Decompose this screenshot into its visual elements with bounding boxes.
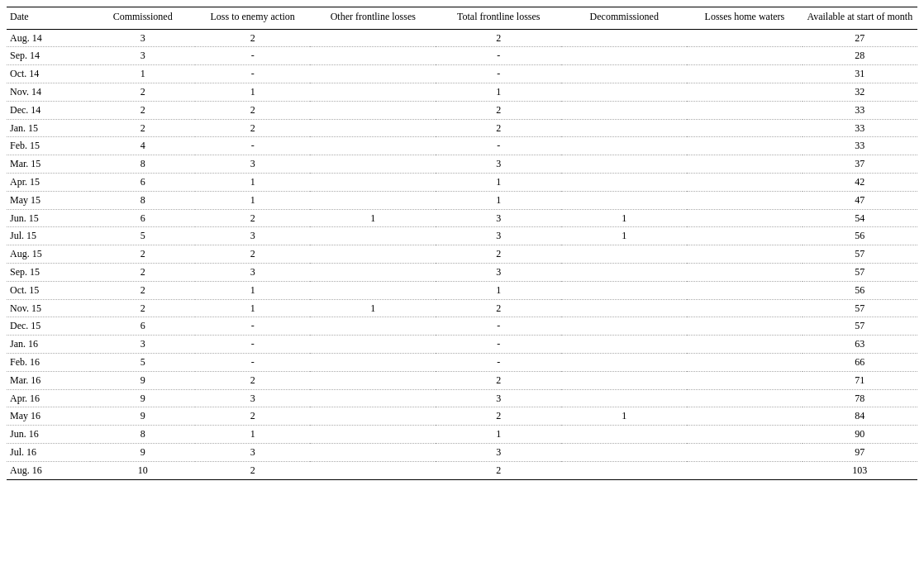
cell-losses_home [687,173,802,191]
cell-enemy_action: - [195,353,310,371]
cell-date: Mar. 15 [7,155,90,174]
cell-commissioned: 2 [90,245,195,264]
cell-date: Apr. 16 [7,389,90,407]
cell-available: 103 [803,461,917,479]
cell-date: Jan. 15 [7,119,90,137]
cell-losses_home [687,443,802,461]
cell-date: Dec. 15 [7,317,90,336]
cell-commissioned: 1 [90,65,195,83]
cell-total_frontline: 3 [436,209,561,227]
cell-decommissioned: 1 [561,227,687,245]
table-row: May 16922184 [7,407,917,426]
cell-losses_home [687,65,802,83]
cell-available: 57 [803,245,917,264]
cell-other_frontline [310,155,436,174]
cell-date: Apr. 15 [7,173,90,191]
cell-total_frontline: 2 [436,299,561,317]
cell-total_frontline: 3 [436,155,561,174]
cell-losses_home [687,353,802,371]
cell-losses_home [687,209,802,227]
cell-enemy_action: 2 [195,371,310,389]
cell-decommissioned [561,281,687,299]
cell-other_frontline [310,227,436,245]
cell-losses_home [687,155,802,174]
cell-total_frontline: - [436,317,561,336]
table-row: Dec. 1422233 [7,101,917,119]
cell-commissioned: 2 [90,119,195,137]
cell-other_frontline [310,101,436,119]
cell-available: 78 [803,389,917,407]
table-row: Feb. 165--66 [7,353,917,371]
cell-commissioned: 6 [90,317,195,336]
cell-other_frontline [310,407,436,426]
cell-date: Aug. 16 [7,461,90,479]
cell-date: Feb. 15 [7,137,90,155]
cell-other_frontline [310,29,436,47]
col-header-available: Available at start of month [803,7,917,30]
cell-decommissioned [561,245,687,264]
cell-total_frontline: 3 [436,227,561,245]
cell-available: 57 [803,263,917,281]
cell-losses_home [687,336,802,354]
cell-decommissioned [561,101,687,119]
cell-commissioned: 8 [90,426,195,444]
col-header-date: Date [7,7,90,30]
cell-commissioned: 9 [90,443,195,461]
cell-enemy_action: 3 [195,263,310,281]
cell-date: Nov. 14 [7,83,90,101]
cell-commissioned: 4 [90,137,195,155]
cell-other_frontline [310,245,436,264]
cell-total_frontline: 3 [436,389,561,407]
cell-enemy_action: 1 [195,191,310,209]
cell-losses_home [687,227,802,245]
cell-other_frontline [310,371,436,389]
table-row: Jan. 1522233 [7,119,917,137]
cell-date: May 16 [7,407,90,426]
table-row: Jan. 163--63 [7,336,917,354]
cell-available: 42 [803,173,917,191]
cell-enemy_action: 3 [195,443,310,461]
cell-date: Jan. 16 [7,336,90,354]
cell-enemy_action: 2 [195,101,310,119]
cell-total_frontline: 1 [436,191,561,209]
cell-losses_home [687,119,802,137]
cell-date: Jun. 15 [7,209,90,227]
cell-total_frontline: 1 [436,173,561,191]
cell-total_frontline: 1 [436,426,561,444]
cell-total_frontline: 3 [436,263,561,281]
col-header-decommissioned: Decommissioned [561,7,687,30]
cell-decommissioned [561,371,687,389]
cell-commissioned: 2 [90,83,195,101]
cell-date: Jun. 16 [7,426,90,444]
cell-decommissioned: 1 [561,407,687,426]
cell-date: Oct. 14 [7,65,90,83]
table-row: Aug. 1522257 [7,245,917,264]
cell-total_frontline: 2 [436,101,561,119]
cell-available: 27 [803,29,917,47]
cell-decommissioned [561,299,687,317]
table-row: Dec. 156--57 [7,317,917,336]
cell-total_frontline: 2 [436,245,561,264]
cell-other_frontline [310,83,436,101]
cell-total_frontline: 1 [436,281,561,299]
cell-other_frontline [310,281,436,299]
cell-total_frontline: 2 [436,29,561,47]
cell-date: Nov. 15 [7,299,90,317]
cell-other_frontline: 1 [310,209,436,227]
cell-losses_home [687,83,802,101]
cell-decommissioned [561,65,687,83]
cell-date: Aug. 14 [7,29,90,47]
cell-decommissioned [561,173,687,191]
cell-losses_home [687,245,802,264]
table-row: Feb. 154--33 [7,137,917,155]
cell-commissioned: 2 [90,299,195,317]
cell-available: 63 [803,336,917,354]
cell-losses_home [687,191,802,209]
cell-commissioned: 9 [90,407,195,426]
cell-enemy_action: 3 [195,227,310,245]
table-row: Aug. 1432227 [7,29,917,47]
cell-commissioned: 8 [90,191,195,209]
cell-total_frontline: 2 [436,407,561,426]
cell-decommissioned: 1 [561,209,687,227]
cell-decommissioned [561,461,687,479]
